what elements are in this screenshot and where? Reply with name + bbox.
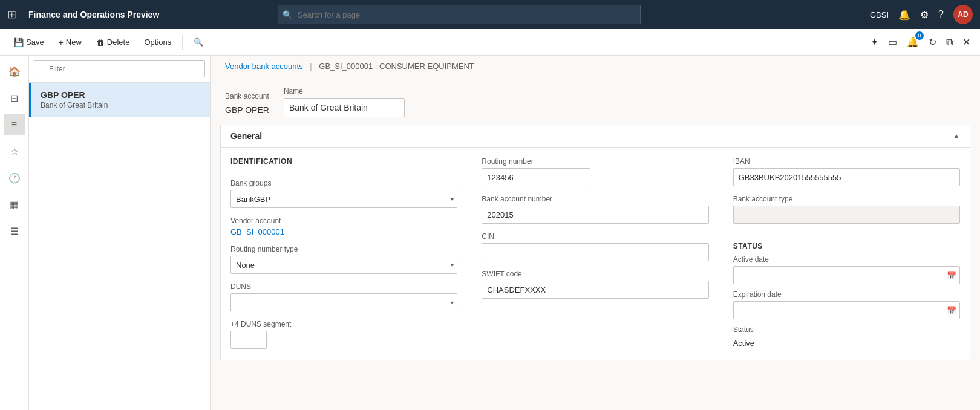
- bank-name-field-group: Name: [284, 87, 405, 117]
- duns-label: DUNS: [230, 282, 457, 291]
- filter-search-icon: 🔍: [194, 37, 203, 47]
- sidebar-grid2-icon[interactable]: ▦: [4, 194, 25, 215]
- top-navigation: ⊞ Finance and Operations Preview 🔍 GBSI …: [0, 0, 980, 29]
- active-date-input[interactable]: [733, 266, 960, 284]
- expiration-date-wrap: 📅: [733, 301, 960, 319]
- toolbar: 💾 Save + New 🗑 Delete Options 🔍 ✦ ▭ 🔔 0 …: [0, 29, 980, 56]
- bank-name-input[interactable]: [284, 98, 405, 117]
- sidebar-lines-icon[interactable]: ☰: [4, 220, 25, 242]
- routing-number-type-select[interactable]: None ABA SORT: [230, 256, 457, 274]
- status-field: Status Active: [733, 325, 960, 350]
- toolbar-separator: [182, 35, 183, 50]
- bank-name-label: Name: [284, 87, 405, 96]
- cin-label: CIN: [482, 232, 708, 241]
- filter-wrap: 🔍: [34, 60, 205, 77]
- expiration-date-label: Expiration date: [733, 290, 960, 299]
- swift-code-label: SWIFT code: [482, 270, 708, 278]
- form-col-identification: IDENTIFICATION Bank groups BankGBP BankU…: [230, 157, 457, 350]
- expiration-date-input[interactable]: [733, 301, 960, 319]
- app-title: Finance and Operations Preview: [28, 10, 159, 19]
- sidebar-clock-icon[interactable]: 🕐: [4, 167, 25, 189]
- routing-number-type-wrap: None ABA SORT ▾: [230, 256, 457, 274]
- duns-select[interactable]: [230, 293, 457, 311]
- open-in-new-icon[interactable]: ⧉: [944, 34, 955, 50]
- search-input[interactable]: [278, 5, 641, 24]
- vendor-account-link[interactable]: GB_SI_000001: [230, 227, 457, 236]
- routing-number-field: Routing number: [482, 157, 708, 186]
- expiration-date-field: Expiration date 📅: [733, 290, 960, 319]
- breadcrumb-separator: |: [310, 62, 312, 71]
- routing-number-type-label: Routing number type: [230, 245, 457, 253]
- breadcrumb-link[interactable]: Vendor bank accounts: [225, 62, 303, 71]
- bank-groups-select[interactable]: BankGBP BankUSD BankEUR: [230, 190, 457, 208]
- section-title: General: [230, 131, 262, 141]
- sidebar-filter-icon[interactable]: ⊟: [4, 87, 25, 109]
- breadcrumb-detail: GB_SI_000001 : CONSUMER EQUIPMENT: [319, 62, 474, 71]
- active-date-calendar-icon[interactable]: 📅: [947, 271, 956, 280]
- new-icon: +: [59, 37, 64, 47]
- filter-input[interactable]: [34, 60, 205, 77]
- active-date-label: Active date: [733, 255, 960, 264]
- panel-icon[interactable]: ▭: [886, 34, 900, 50]
- expiration-date-calendar-icon[interactable]: 📅: [947, 306, 956, 315]
- iban-input[interactable]: [733, 168, 960, 186]
- sidebar-list-icon[interactable]: ≡: [4, 114, 25, 135]
- grid-icon[interactable]: ⊞: [7, 8, 16, 21]
- user-code: GBSI: [870, 10, 889, 19]
- general-section: General ▲ IDENTIFICATION Bank groups Ban…: [220, 125, 970, 360]
- duns4-input[interactable]: [230, 331, 267, 349]
- search-icon: 🔍: [283, 10, 292, 19]
- list-item-subtitle: Bank of Great Britain: [41, 101, 200, 109]
- new-button[interactable]: + New: [53, 35, 88, 50]
- duns-select-wrap: ▾: [230, 293, 457, 311]
- search-container: 🔍: [278, 5, 641, 24]
- list-item-title: GBP OPER: [41, 90, 200, 100]
- main-layout: 🏠 ⊟ ≡ ☆ 🕐 ▦ ☰ 🔍 GBP OPER Bank of Great B…: [0, 56, 980, 410]
- duns4-label: +4 DUNS segment: [230, 320, 457, 328]
- filter-search-button[interactable]: 🔍: [188, 35, 209, 49]
- routing-number-type-field: Routing number type None ABA SORT ▾: [230, 245, 457, 274]
- bank-account-number-label: Bank account number: [482, 195, 708, 203]
- notifications-badge-icon[interactable]: 🔔 0: [904, 34, 921, 50]
- options-button[interactable]: Options: [138, 35, 177, 49]
- cin-input[interactable]: [482, 243, 708, 261]
- bank-account-value: GBP OPER: [225, 103, 269, 117]
- save-button[interactable]: 💾 Save: [7, 35, 50, 50]
- identification-label: IDENTIFICATION: [230, 157, 457, 166]
- list-panel: 🔍 GBP OPER Bank of Great Britain: [29, 56, 211, 410]
- refresh-icon[interactable]: ↻: [926, 34, 939, 50]
- swift-code-input[interactable]: [482, 281, 708, 299]
- sidebar-star-icon[interactable]: ☆: [4, 140, 25, 162]
- avatar[interactable]: AD: [953, 5, 973, 24]
- bank-account-field-group: Bank account GBP OPER: [225, 92, 269, 117]
- save-icon: 💾: [13, 37, 24, 47]
- bank-groups-select-wrap: BankGBP BankUSD BankEUR ▾: [230, 190, 457, 208]
- cin-field: CIN: [482, 232, 708, 261]
- form-col-numbers: Routing number Bank account number CIN: [482, 157, 708, 350]
- close-icon[interactable]: ✕: [960, 34, 973, 50]
- settings-icon[interactable]: ⚙: [920, 9, 929, 21]
- bank-groups-label: Bank groups: [230, 179, 457, 187]
- list-items: GBP OPER Bank of Great Britain: [29, 83, 210, 410]
- bank-account-number-input[interactable]: [482, 206, 708, 224]
- notification-icon[interactable]: 🔔: [898, 9, 910, 21]
- delete-button[interactable]: 🗑 Delete: [90, 35, 136, 50]
- iban-field: IBAN: [733, 157, 960, 186]
- detail-panel: Vendor bank accounts | GB_SI_000001 : CO…: [211, 56, 980, 410]
- routing-number-input[interactable]: [482, 168, 590, 186]
- personalize-icon[interactable]: ✦: [868, 34, 881, 50]
- swift-code-field: SWIFT code: [482, 270, 708, 299]
- section-body: IDENTIFICATION Bank groups BankGBP BankU…: [221, 148, 970, 360]
- bank-account-label: Bank account: [225, 92, 269, 100]
- sidebar-home-icon[interactable]: 🏠: [4, 60, 25, 82]
- duns4-field: +4 DUNS segment: [230, 320, 457, 349]
- list-item[interactable]: GBP OPER Bank of Great Britain: [29, 83, 210, 117]
- bank-account-type-input[interactable]: [733, 206, 960, 224]
- delete-icon: 🗑: [96, 37, 105, 47]
- help-icon[interactable]: ?: [938, 9, 944, 20]
- iban-label: IBAN: [733, 157, 960, 166]
- section-header[interactable]: General ▲: [221, 125, 970, 148]
- status-section-label: STATUS: [733, 242, 960, 250]
- active-date-wrap: 📅: [733, 266, 960, 284]
- duns-field: DUNS ▾: [230, 282, 457, 311]
